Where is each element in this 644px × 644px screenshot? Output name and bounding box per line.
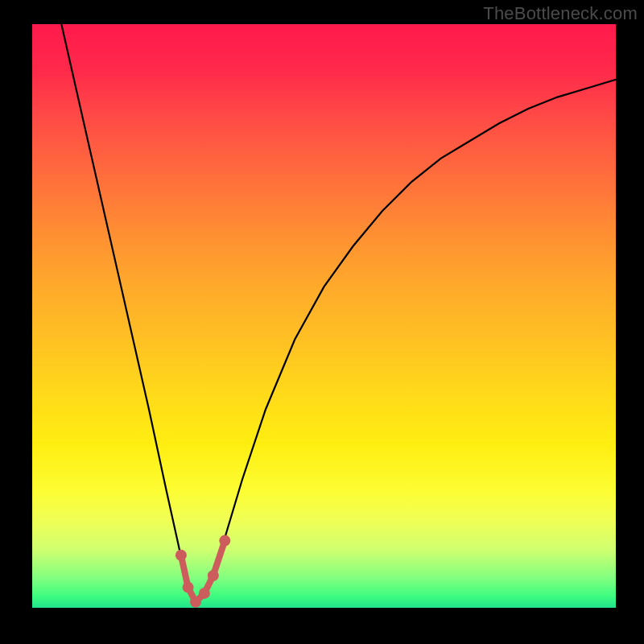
marker-dot: [175, 550, 187, 561]
plot-area: [32, 24, 616, 608]
chart-frame: TheBottleneck.com: [0, 0, 644, 644]
marker-dot: [199, 588, 210, 599]
watermark-text: TheBottleneck.com: [483, 3, 638, 24]
marker-dot: [183, 582, 194, 593]
marker-dot: [208, 570, 219, 581]
chart-svg: [32, 24, 616, 608]
marker-dot: [190, 597, 201, 608]
marker-dot: [219, 535, 230, 547]
bottleneck-curve: [61, 24, 616, 602]
